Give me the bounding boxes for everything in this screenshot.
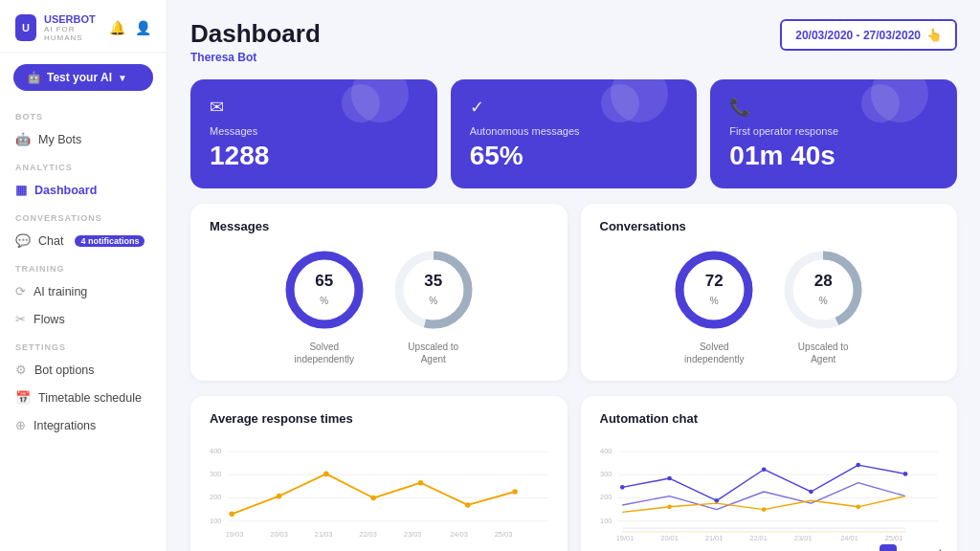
messages-donut-title: Messages xyxy=(210,219,548,233)
date-range-label: 20/03/2020 - 27/03/2020 xyxy=(795,29,921,42)
donut-charts-row: Messages 65 % Solvedindependentl xyxy=(190,204,957,381)
svg-text:21/03: 21/03 xyxy=(315,530,333,539)
svg-point-44 xyxy=(902,472,907,476)
svg-text:100: 100 xyxy=(600,517,612,525)
conversations-donut-title: Conversations xyxy=(600,219,939,233)
response-card-label: First operator response xyxy=(729,125,938,137)
bots-icon: 🤖 xyxy=(15,132,31,146)
donut-35-value: 35 xyxy=(424,272,442,290)
svg-text:23/03: 23/03 xyxy=(404,530,422,539)
donut-35-container: 35 % xyxy=(390,247,477,333)
svg-point-46 xyxy=(761,507,766,512)
messages-card-icon: ✉ xyxy=(210,97,418,118)
sidebar-item-chat[interactable]: 💬 Chat 4 notifications xyxy=(0,227,167,254)
svg-point-18 xyxy=(323,472,329,477)
logo-box: U xyxy=(15,14,36,41)
svg-text:22/01: 22/01 xyxy=(749,534,768,542)
donut-65-center: 65 % xyxy=(315,272,333,308)
svg-point-16 xyxy=(229,511,234,517)
sidebar-item-my-bots[interactable]: 🤖 My Bots xyxy=(0,125,167,153)
messages-card-label: Messages xyxy=(210,125,418,137)
section-label-conversations: CONVERSATIONS xyxy=(0,204,167,227)
sidebar-label-ai-training: AI training xyxy=(33,285,87,298)
section-label-analytics: ANALYTICS xyxy=(0,153,167,176)
stat-card-autonomous: ✓ Autonomous messages 65% xyxy=(451,79,698,188)
revoyant-logo: r xyxy=(880,544,897,551)
main-header: Dashboard Theresa Bot 20/03/2020 - 27/03… xyxy=(190,19,957,64)
response-card-value: 01m 40s xyxy=(729,141,938,171)
chat-icon: 💬 xyxy=(15,233,31,248)
svg-point-39 xyxy=(667,476,672,481)
svg-text:300: 300 xyxy=(600,470,612,478)
test-ai-label: Test your AI xyxy=(47,71,112,84)
sidebar-logo: U USERBOT AI FOR HUMANS 🔔 👤 xyxy=(0,0,167,53)
sidebar-label-chat: Chat xyxy=(38,234,63,248)
sidebar-item-bot-options[interactable]: ⚙ Bot options xyxy=(0,356,167,384)
automation-svg: 400 300 200 100 xyxy=(600,439,939,544)
stat-card-messages: ✉ Messages 1288 xyxy=(190,79,437,188)
dashboard-icon: ▦ xyxy=(15,183,27,197)
bell-icon[interactable]: 🔔 xyxy=(109,20,125,35)
logo-sub: AI FOR HUMANS xyxy=(44,25,101,42)
date-range-button[interactable]: 20/03/2020 - 27/03/2020 👆 xyxy=(780,19,957,51)
page-subtitle: Theresa Bot xyxy=(190,51,321,64)
donut-72-sym: % xyxy=(710,296,719,306)
svg-text:400: 400 xyxy=(600,447,612,455)
messages-donut-card: Messages 65 % Solvedindependentl xyxy=(190,204,568,381)
automation-chat-title: Automation chat xyxy=(600,411,939,426)
messages-donut-65: 65 % Solvedindependently xyxy=(281,247,368,365)
avatar-icon[interactable]: 👤 xyxy=(135,20,151,35)
donut-28-value: 28 xyxy=(814,272,833,290)
logo-text-block: USERBOT AI FOR HUMANS xyxy=(44,13,101,42)
ai-training-icon: ⟳ xyxy=(15,284,26,298)
sidebar-item-dashboard[interactable]: ▦ Dashboard xyxy=(0,176,167,204)
messages-card-value: 1288 xyxy=(210,141,418,171)
avg-response-card: Average response times 400 300 200 100 xyxy=(190,396,568,551)
sidebar-item-timetable[interactable]: 📅 Timetable schedule xyxy=(0,384,167,411)
test-ai-button[interactable]: 🤖 Test your AI ▼ xyxy=(13,64,153,91)
sidebar-label-bot-options: Bot options xyxy=(34,364,95,377)
svg-point-41 xyxy=(761,467,766,472)
svg-text:400: 400 xyxy=(210,447,221,455)
donut-72-container: 72 % xyxy=(671,247,757,333)
svg-point-38 xyxy=(619,485,624,490)
calendar-icon: 👆 xyxy=(926,28,942,42)
stat-card-response: 📞 First operator response 01m 40s xyxy=(710,79,957,188)
sidebar-label-integrations: Integrations xyxy=(33,419,96,432)
svg-point-40 xyxy=(714,498,719,503)
sidebar-icon-group: 🔔 👤 xyxy=(109,20,151,35)
robot-icon: 🤖 xyxy=(27,71,41,84)
svg-text:19/01: 19/01 xyxy=(615,534,634,542)
svg-text:24/01: 24/01 xyxy=(840,534,858,542)
autonomous-card-label: Autonomous messages xyxy=(470,125,679,137)
svg-point-21 xyxy=(465,502,471,508)
sidebar-label-timetable: Timetable schedule xyxy=(38,391,142,405)
sidebar-item-flows[interactable]: ✂ Flows xyxy=(0,305,167,333)
svg-text:200: 200 xyxy=(210,493,221,501)
donut-72-value: 72 xyxy=(705,272,724,290)
section-label-settings: SETTINGS xyxy=(0,333,167,356)
avg-response-title: Average response times xyxy=(210,411,548,426)
sidebar-item-ai-training[interactable]: ⟳ AI training xyxy=(0,277,167,305)
svg-text:20/03: 20/03 xyxy=(270,530,288,539)
logo-name: USERBOT xyxy=(44,13,101,25)
flows-icon: ✂ xyxy=(15,312,26,326)
svg-text:100: 100 xyxy=(210,517,221,525)
donut-35-label: Upscaled toAgent xyxy=(408,341,458,365)
svg-text:25/01: 25/01 xyxy=(884,534,902,542)
svg-text:21/01: 21/01 xyxy=(704,534,723,542)
donut-65-label: Solvedindependently xyxy=(295,341,354,365)
page-title: Dashboard xyxy=(190,19,321,49)
donut-28-container: 28 % xyxy=(780,247,866,333)
messages-donut-row: 65 % Solvedindependently 35 xyxy=(210,247,548,365)
integrations-icon: ⊕ xyxy=(15,418,26,432)
svg-text:19/03: 19/03 xyxy=(226,530,244,539)
sidebar: U USERBOT AI FOR HUMANS 🔔 👤 🤖 Test your … xyxy=(0,0,167,551)
automation-chat-chart: 400 300 200 100 xyxy=(600,439,939,551)
header-title-block: Dashboard Theresa Bot xyxy=(190,19,321,64)
chat-badge: 4 notifications xyxy=(75,235,145,247)
svg-text:22/03: 22/03 xyxy=(359,530,377,539)
donut-35-center: 35 % xyxy=(424,272,442,308)
section-label-training: TRAINING xyxy=(0,254,167,277)
sidebar-item-integrations[interactable]: ⊕ Integrations xyxy=(0,411,167,439)
